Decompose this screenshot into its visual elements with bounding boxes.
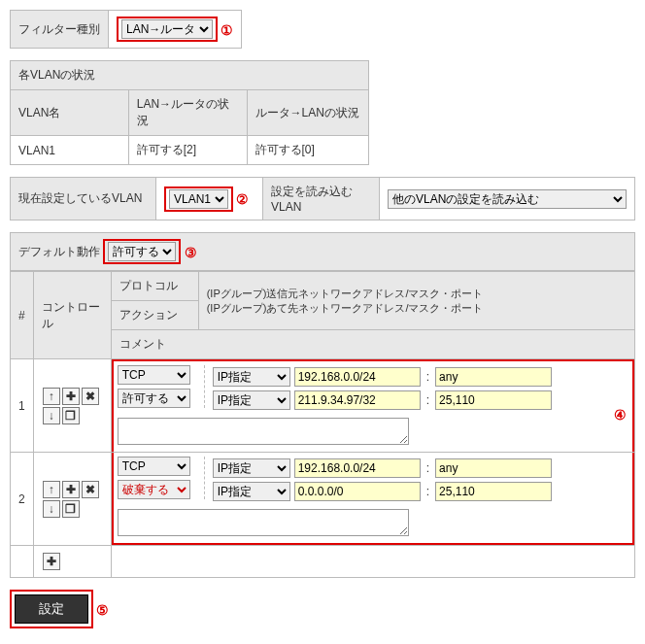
comment-input[interactable]	[118, 509, 409, 536]
move-up-button[interactable]: ↑	[43, 388, 60, 405]
hdr-action: アクション	[111, 301, 198, 330]
vlan-status-title: 各VLANの状況	[11, 61, 369, 90]
dst-type-select[interactable]: IP指定	[213, 390, 290, 410]
src-ip-input[interactable]	[294, 367, 421, 387]
rule-num: 1	[11, 359, 34, 453]
add-button[interactable]: ✚	[62, 481, 80, 498]
copy-button[interactable]: ❐	[62, 500, 80, 518]
filter-type-select[interactable]: LAN→ルータ	[121, 19, 213, 39]
src-ip-input[interactable]	[294, 458, 421, 478]
src-type-select[interactable]: IP指定	[213, 367, 290, 387]
move-down-button[interactable]: ↓	[43, 407, 60, 424]
move-up-button[interactable]: ↑	[43, 481, 60, 498]
hdr-num: #	[11, 272, 34, 359]
copy-button[interactable]: ❐	[62, 407, 80, 424]
colon: :	[424, 393, 431, 407]
src-port-input[interactable]	[435, 367, 552, 387]
dst-port-input[interactable]	[435, 390, 552, 410]
current-vlan-select[interactable]: VLAN1	[169, 189, 228, 209]
src-type-select[interactable]: IP指定	[213, 458, 290, 478]
delete-button[interactable]: ✖	[82, 481, 99, 498]
marker-2: ②	[236, 191, 249, 207]
vlan-cell: 許可する[2]	[128, 136, 247, 165]
vlan-hdr-router: ルータ→LANの状況	[247, 90, 368, 136]
hdr-dst: (IPグループ)あて先ネットワークアドレス/マスク・ポート	[207, 301, 627, 316]
filter-type-label: フィルター種別	[11, 11, 109, 49]
load-vlan-label: 設定を読み込むVLAN	[263, 178, 380, 220]
load-vlan-select[interactable]: 他のVLANの設定を読み込む	[388, 189, 627, 209]
add-rule-button[interactable]: ✚	[43, 553, 60, 570]
marker-4: ④	[614, 407, 627, 423]
vlan-hdr-name: VLAN名	[11, 90, 129, 136]
delete-button[interactable]: ✖	[82, 388, 99, 405]
dst-ip-input[interactable]	[294, 390, 421, 410]
colon: :	[424, 370, 431, 384]
hdr-control: コントロール	[33, 272, 111, 359]
hdr-protocol: プロトコル	[111, 272, 198, 301]
protocol-select[interactable]: TCP	[118, 457, 190, 476]
default-action-label: デフォルト動作	[18, 245, 100, 258]
vlan-hdr-lan: LAN→ルータの状況	[128, 90, 247, 136]
current-vlan-label: 現在設定しているVLAN	[11, 178, 156, 220]
marker-3: ③	[185, 245, 197, 260]
submit-button[interactable]: 設定	[15, 594, 88, 624]
action-select[interactable]: 許可する	[118, 389, 190, 408]
src-port-input[interactable]	[435, 458, 552, 478]
comment-input[interactable]	[118, 418, 409, 445]
default-action-select[interactable]: 許可する	[108, 242, 176, 261]
rule-num: 2	[11, 453, 34, 546]
action-select[interactable]: 破棄する	[118, 480, 190, 499]
protocol-select[interactable]: TCP	[118, 365, 190, 385]
dst-port-input[interactable]	[435, 482, 552, 501]
dst-ip-input[interactable]	[294, 482, 421, 501]
add-button[interactable]: ✚	[62, 388, 80, 405]
vlan-cell: VLAN1	[11, 136, 129, 165]
marker-1: ①	[221, 22, 233, 38]
colon: :	[424, 461, 431, 475]
dst-type-select[interactable]: IP指定	[213, 482, 290, 501]
hdr-src: (IPグループ)送信元ネットワークアドレス/マスク・ポート	[207, 287, 627, 301]
colon: :	[424, 485, 431, 498]
vlan-cell: 許可する[0]	[247, 136, 368, 165]
hdr-comment: コメント	[111, 330, 634, 359]
marker-5: ⑤	[96, 602, 109, 618]
move-down-button[interactable]: ↓	[43, 500, 60, 518]
